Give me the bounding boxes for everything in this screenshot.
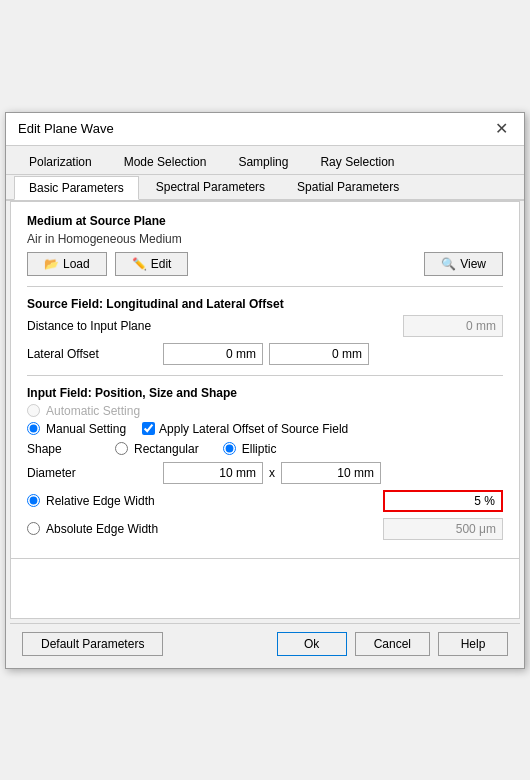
shape-label: Shape [27, 442, 107, 456]
abs-edge-radio[interactable] [27, 522, 40, 535]
view-button[interactable]: 🔍 View [424, 252, 503, 276]
lateral-input-1[interactable] [163, 343, 263, 365]
tab-sampling[interactable]: Sampling [223, 150, 303, 174]
ok-button[interactable]: Ok [277, 632, 347, 656]
medium-section-title: Medium at Source Plane [27, 214, 503, 228]
manual-radio-row: Manual Setting [27, 422, 126, 436]
rel-edge-label: Relative Edge Width [46, 494, 155, 508]
footer-right-buttons: Ok Cancel Help [277, 632, 508, 656]
tab-basic-parameters[interactable]: Basic Parameters [14, 176, 139, 200]
tab-polarization[interactable]: Polarization [14, 150, 107, 174]
rel-edge-row: Relative Edge Width [27, 490, 503, 512]
title-bar: Edit Plane Wave ✕ [6, 113, 524, 146]
diameter-input-2[interactable] [281, 462, 381, 484]
separator-1 [27, 286, 503, 287]
input-field-title: Input Field: Position, Size and Shape [27, 386, 503, 400]
distance-row: Distance to Input Plane [27, 315, 503, 337]
content-spacer [10, 559, 520, 619]
x-separator: x [269, 466, 275, 480]
elliptic-radio-row: Elliptic [223, 442, 277, 456]
lateral-label: Lateral Offset [27, 347, 157, 361]
distance-input[interactable] [403, 315, 503, 337]
rel-edge-input[interactable] [383, 490, 503, 512]
manual-setting-radio[interactable] [27, 422, 40, 435]
diameter-input-1[interactable] [163, 462, 263, 484]
close-button[interactable]: ✕ [491, 121, 512, 137]
auto-setting-radio[interactable] [27, 404, 40, 417]
dialog-title: Edit Plane Wave [18, 121, 114, 136]
apply-lateral-label: Apply Lateral Offset of Source Field [159, 422, 348, 436]
view-icon: 🔍 [441, 257, 456, 271]
elliptic-label: Elliptic [242, 442, 277, 456]
medium-buttons: 📂 Load ✏️ Edit 🔍 View [27, 252, 503, 276]
cancel-button[interactable]: Cancel [355, 632, 430, 656]
diameter-row: Diameter x [27, 462, 503, 484]
edit-plane-wave-dialog: Edit Plane Wave ✕ Polarization Mode Sele… [5, 112, 525, 669]
load-icon: 📂 [44, 257, 59, 271]
lateral-row: Lateral Offset [27, 343, 503, 365]
tab-spectral-parameters[interactable]: Spectral Parameters [141, 175, 280, 199]
edit-button[interactable]: ✏️ Edit [115, 252, 189, 276]
load-button[interactable]: 📂 Load [27, 252, 107, 276]
auto-setting-row: Automatic Setting [27, 404, 503, 418]
rel-edge-radio[interactable] [27, 494, 40, 507]
bottom-tab-row: Basic Parameters Spectral Parameters Spa… [6, 175, 524, 201]
footer: Default Parameters Ok Cancel Help [10, 623, 520, 664]
rel-edge-radio-row: Relative Edge Width [27, 494, 227, 508]
auto-setting-label: Automatic Setting [46, 404, 140, 418]
tab-ray-selection[interactable]: Ray Selection [305, 150, 409, 174]
main-content: Medium at Source Plane Air in Homogeneou… [10, 201, 520, 559]
shape-row: Shape Rectangular Elliptic [27, 442, 503, 456]
tab-mode-selection[interactable]: Mode Selection [109, 150, 222, 174]
separator-2 [27, 375, 503, 376]
elliptic-radio[interactable] [223, 442, 236, 455]
top-tab-row: Polarization Mode Selection Sampling Ray… [6, 146, 524, 175]
apply-lateral-checkbox[interactable] [142, 422, 155, 435]
rectangular-radio-row: Rectangular [115, 442, 199, 456]
distance-label: Distance to Input Plane [27, 319, 157, 333]
abs-edge-radio-row: Absolute Edge Width [27, 522, 227, 536]
abs-edge-label: Absolute Edge Width [46, 522, 158, 536]
source-field-title: Source Field: Longitudinal and Lateral O… [27, 297, 503, 311]
lateral-input-2[interactable] [269, 343, 369, 365]
edit-icon: ✏️ [132, 257, 147, 271]
diameter-label: Diameter [27, 466, 157, 480]
apply-lateral-row: Apply Lateral Offset of Source Field [142, 422, 348, 436]
tab-spatial-parameters[interactable]: Spatial Parameters [282, 175, 414, 199]
default-parameters-button[interactable]: Default Parameters [22, 632, 163, 656]
manual-setting-row: Manual Setting Apply Lateral Offset of S… [27, 422, 503, 436]
abs-edge-row: Absolute Edge Width [27, 518, 503, 540]
medium-value: Air in Homogeneous Medium [27, 232, 503, 246]
abs-edge-input[interactable] [383, 518, 503, 540]
rectangular-label: Rectangular [134, 442, 199, 456]
manual-setting-label: Manual Setting [46, 422, 126, 436]
help-button[interactable]: Help [438, 632, 508, 656]
rectangular-radio[interactable] [115, 442, 128, 455]
